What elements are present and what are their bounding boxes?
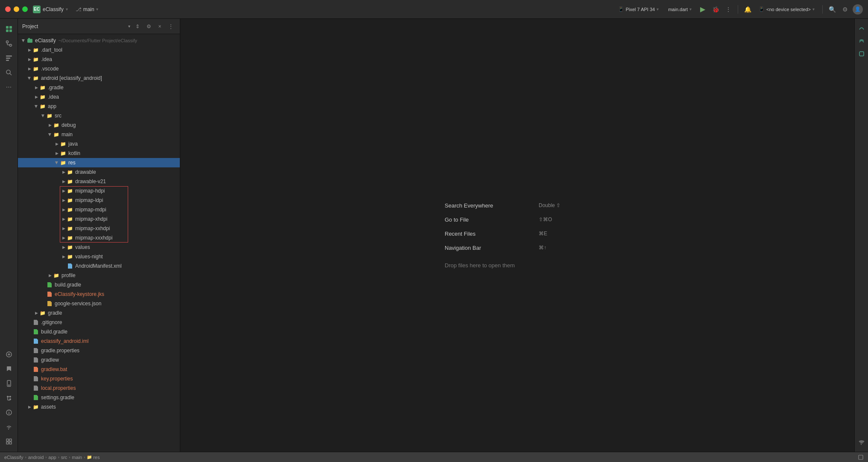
list-item[interactable]: build.gradle xyxy=(18,327,180,336)
list-item[interactable]: ▶ 📁 .idea xyxy=(18,55,180,64)
run-config-button[interactable]: main.dart ▾ xyxy=(665,6,695,13)
settings-gradle-icon xyxy=(32,394,39,401)
status-right-icon[interactable] xyxy=(858,454,864,460)
list-item[interactable]: gradlew.bat xyxy=(18,365,180,374)
list-item[interactable]: gradle.properties xyxy=(18,346,180,355)
list-item[interactable]: ▶ 📁 values-night xyxy=(18,252,180,261)
item-label: gradle.properties xyxy=(41,348,79,354)
list-item[interactable]: ▶ 📁 mipmap-xxxhdpi xyxy=(18,233,180,243)
item-label: values-night xyxy=(75,254,103,260)
list-item[interactable]: settings.gradle xyxy=(18,393,180,402)
status-path-android[interactable]: android xyxy=(28,455,44,460)
list-item[interactable]: key.properties xyxy=(18,374,180,383)
right-icon-1[interactable] xyxy=(856,22,868,34)
status-arrow-4: › xyxy=(69,455,70,459)
close-button[interactable] xyxy=(5,6,11,12)
tree-root[interactable]: ▶ eClassify ~/Documents/Flutter Project/… xyxy=(18,36,180,45)
list-item[interactable]: local.properties xyxy=(18,383,180,393)
list-item[interactable]: gradlew xyxy=(18,355,180,365)
info-icon[interactable] xyxy=(2,406,16,419)
find-icon[interactable] xyxy=(2,66,16,79)
list-item[interactable]: ▶ 📁 mipmap-mdpi xyxy=(18,205,180,214)
list-item[interactable]: ▶ 📁 drawable-v21 xyxy=(18,177,180,186)
device-manager-icon[interactable] xyxy=(2,377,16,390)
list-item[interactable]: ▶ 📁 .gradle xyxy=(18,83,180,92)
panel-actions: ⇕ ⚙ × ⋮ xyxy=(133,22,176,31)
bookmarks-icon[interactable] xyxy=(2,362,16,376)
device-selector[interactable]: 📱 Pixel 7 API 34 ▾ xyxy=(615,5,663,13)
list-item[interactable]: ▶ 📁 java xyxy=(18,139,180,149)
account-button[interactable]: 👤 xyxy=(853,4,863,15)
minimize-button[interactable] xyxy=(14,6,19,12)
list-item[interactable]: ▶ 📁 kotlin xyxy=(18,149,180,158)
more-tools-icon[interactable]: ··· xyxy=(2,80,16,94)
list-item[interactable]: google-services.json xyxy=(18,299,180,308)
notifications-button[interactable]: 🔔 xyxy=(742,4,753,15)
list-item[interactable]: ▶ 📁 assets xyxy=(18,402,180,412)
vcs-icon[interactable] xyxy=(2,37,16,50)
svg-point-4 xyxy=(6,41,8,43)
no-device-selector[interactable]: 📱 <no device selected> ▾ xyxy=(755,5,818,13)
panel-title-arrow: ▾ xyxy=(128,24,130,29)
folder-icon: 📁 xyxy=(67,234,73,241)
folder-icon: 📁 xyxy=(67,169,73,175)
collapse-all-button[interactable]: ⇕ xyxy=(133,22,142,31)
list-item[interactable]: .gitignore xyxy=(18,318,180,327)
list-item[interactable]: build.gradle xyxy=(18,280,180,289)
structure-icon[interactable] xyxy=(2,51,16,65)
item-label: .idea xyxy=(48,94,59,100)
list-item[interactable]: ▶ 📁 .dart_tool xyxy=(18,45,180,55)
list-item[interactable]: ▶ 📁 mipmap-ldpi xyxy=(18,196,180,205)
list-item[interactable]: ▶ 📁 mipmap-xxhdpi xyxy=(18,224,180,233)
wifi-icon[interactable] xyxy=(2,420,16,434)
maximize-button[interactable] xyxy=(22,6,28,12)
item-label: gradlew xyxy=(41,357,59,363)
list-item[interactable]: eClassify-keystore.jks xyxy=(18,289,180,299)
list-item[interactable]: AndroidManifest.xml xyxy=(18,261,180,271)
plugins-icon[interactable] xyxy=(2,435,16,448)
list-item[interactable]: ▶ 📁 values xyxy=(18,243,180,252)
status-path-res[interactable]: 📁 res xyxy=(87,455,100,460)
wifi-right-icon[interactable] xyxy=(856,436,868,448)
list-item[interactable]: ▶ 📁 mipmap-hdpi xyxy=(18,186,180,196)
more-button[interactable]: ⋮ xyxy=(723,4,733,15)
arrow-xhdpi: ▶ xyxy=(61,216,67,222)
tree-item-res[interactable]: ▶ 📁 res xyxy=(18,158,180,167)
folder-icon: 📁 xyxy=(67,187,73,194)
status-path-main[interactable]: main xyxy=(72,455,82,460)
right-icon-3[interactable] xyxy=(856,48,868,60)
status-path-src[interactable]: src xyxy=(61,455,67,460)
run-icon[interactable] xyxy=(2,348,16,361)
list-item[interactable]: ▶ 📁 mipmap-xhdpi xyxy=(18,214,180,224)
list-item[interactable]: ▶ 📁 .vscode xyxy=(18,64,180,73)
close-panel-button[interactable]: × xyxy=(155,22,164,31)
gear-button[interactable]: ⚙ xyxy=(144,22,153,31)
item-label: java xyxy=(68,141,78,147)
status-path-eclassify[interactable]: eClassify xyxy=(4,455,23,460)
list-item[interactable]: ▶ 📁 src xyxy=(18,111,180,120)
run-button[interactable]: ▶ xyxy=(698,4,708,15)
project-icon[interactable] xyxy=(2,22,16,36)
list-item[interactable]: ▶ 📁 main xyxy=(18,130,180,139)
list-item[interactable]: ▶ 📁 android [eclassify_android] xyxy=(18,73,180,83)
arrow-ldpi: ▶ xyxy=(61,197,67,203)
list-item[interactable]: ▶ 📁 .idea xyxy=(18,92,180,102)
folder-icon: 📁 xyxy=(53,122,60,129)
status-path-label: android xyxy=(28,455,44,460)
settings-button[interactable]: ⚙ xyxy=(840,4,850,15)
right-icon-2[interactable] xyxy=(856,35,868,47)
git-icon[interactable] xyxy=(2,391,16,405)
list-item[interactable]: ▶ 📁 profile xyxy=(18,271,180,280)
app-name-button[interactable]: EC eClassify ▾ xyxy=(33,6,68,13)
list-item[interactable]: ▶ 📁 drawable xyxy=(18,167,180,177)
list-item[interactable]: ▶ 📁 debug xyxy=(18,120,180,130)
branch-button[interactable]: ⎇ main ▾ xyxy=(76,6,98,12)
list-item[interactable]: ▶ 📁 gradle xyxy=(18,308,180,318)
more-panel-button[interactable]: ⋮ xyxy=(166,22,176,31)
list-item[interactable]: ▶ 📁 app xyxy=(18,102,180,111)
list-item[interactable]: eclassify_android.iml xyxy=(18,336,180,346)
recent-files-label: Recent Files xyxy=(445,231,513,237)
debug-button[interactable]: 🐞 xyxy=(710,4,721,15)
search-everywhere-button[interactable]: 🔍 xyxy=(827,4,837,15)
status-path-app[interactable]: app xyxy=(48,455,56,460)
